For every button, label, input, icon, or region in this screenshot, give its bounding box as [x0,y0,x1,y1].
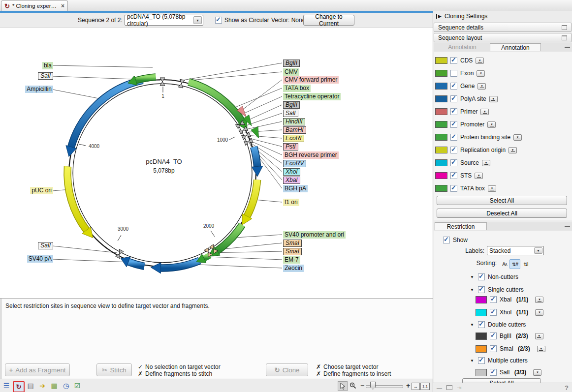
map-label[interactable]: HindIII [283,118,305,125]
map-label[interactable]: SV40 pA [27,255,53,263]
map-label[interactable]: bla [42,62,53,69]
dropdown-icon[interactable]: ▼ [487,121,496,128]
checkbox[interactable] [450,108,457,115]
checkbox[interactable] [490,309,497,316]
color-swatch[interactable] [435,95,447,102]
color-swatch[interactable] [435,185,447,192]
map-label[interactable]: PstI [283,143,298,151]
dropdown-icon[interactable]: ▼ [533,369,541,376]
dropdown-icon[interactable]: ▼ [537,346,545,352]
map-label[interactable]: BGH pA [283,185,308,192]
fit-width-icon[interactable]: ↔ [412,383,420,390]
color-swatch[interactable] [435,70,447,77]
dropdown-icon[interactable]: ▼ [488,185,496,192]
checkbox[interactable] [478,286,485,293]
stitch-button[interactable]: ✂ Stitch [96,363,132,376]
dropdown-icon[interactable]: ▼ [477,83,486,90]
tab-annotation-layout[interactable]: Annotation layout [435,43,490,51]
color-swatch[interactable] [435,108,447,115]
map-label[interactable]: SalI [38,242,53,249]
table-view-icon[interactable]: ▦ [50,381,59,390]
change-to-current-button[interactable]: Change to Current [303,15,354,26]
zoom-100-icon[interactable]: 1:1 [420,383,430,390]
clone-button[interactable]: ↻ Clone [266,363,308,376]
checkbox[interactable] [450,134,457,141]
color-swatch[interactable] [435,134,447,141]
checkbox[interactable] [450,57,457,64]
labels-dropdown[interactable]: Stacked ▼ [487,246,544,255]
feature-ampicillin[interactable] [71,80,143,147]
tab-restriction-sites[interactable]: Restriction sites [435,222,487,230]
report-view-icon[interactable]: ☑ [73,381,82,390]
sort-by-count-icon[interactable]: ⇅# [509,259,520,269]
sequence-list-view-icon[interactable]: ☰ [2,381,11,390]
group-sequence-layout[interactable]: Sequence layout [434,33,572,42]
map-label[interactable]: EM-7 [283,256,300,264]
float-panel-icon[interactable] [562,25,567,30]
color-swatch[interactable] [476,345,487,353]
map-label[interactable]: EcoRI [283,135,304,142]
map-label[interactable]: BamHI [283,126,306,134]
checkbox[interactable] [490,296,497,303]
color-swatch[interactable] [476,296,487,303]
map-label[interactable]: pUC ori [30,187,53,194]
expander-icon[interactable]: ▼ [470,288,475,292]
sidebar-header[interactable]: ▶ Cloning Settings [436,13,487,20]
map-label[interactable]: SalI [38,72,53,80]
checkbox[interactable] [490,369,497,376]
color-swatch[interactable] [435,83,447,90]
map-label[interactable]: SalI [283,110,298,117]
expander-icon[interactable]: ▼ [470,323,475,327]
sort-by-length-icon[interactable]: ⇅I [520,259,531,269]
dropdown-icon[interactable]: ▼ [508,147,517,153]
checkbox[interactable] [450,95,457,102]
add-as-fragment-button[interactable]: + Add as Fragment [5,363,70,376]
checkbox[interactable] [478,273,485,280]
document-tab[interactable]: ↻ * Cloning exper… × [1,0,68,11]
expander-icon[interactable]: ▼ [470,359,475,363]
color-swatch[interactable] [476,309,487,316]
float-panel-icon[interactable] [446,385,452,390]
color-swatch[interactable] [435,147,447,153]
map-label[interactable]: XbaI [283,177,300,184]
checkbox[interactable] [478,357,485,364]
restriction-site-marker[interactable] [160,78,165,86]
checkbox[interactable] [490,345,497,352]
feature-bgh-pa[interactable] [254,147,257,167]
feature-bla[interactable] [136,77,156,80]
map-label[interactable]: SmaI [283,248,302,255]
map-label[interactable]: BglII [283,60,300,67]
dropdown-icon[interactable]: ▼ [475,173,483,179]
map-label[interactable]: Zeocin [283,265,304,272]
history-view-icon[interactable]: ◷ [62,381,70,390]
float-panel-icon[interactable] [562,35,567,40]
feature-tet-operator[interactable] [251,126,259,138]
map-label[interactable]: CMV forward primer [283,76,339,84]
sequence-view-icon[interactable]: ▤ [26,381,35,390]
color-swatch[interactable] [435,159,447,166]
feature-cmv[interactable] [189,82,242,121]
color-swatch[interactable] [435,57,447,64]
map-label[interactable]: CMV [283,68,299,76]
dropdown-icon[interactable]: ▼ [476,58,484,64]
color-swatch[interactable] [476,369,487,376]
expander-icon[interactable]: ▼ [470,275,475,279]
collapse-all-icon[interactable]: — [437,385,442,391]
checkbox[interactable] [450,185,457,192]
group-sequence-details[interactable]: Sequence details [434,23,572,32]
dropdown-icon[interactable]: ▼ [480,109,489,115]
checkbox[interactable] [450,70,457,77]
checkbox[interactable] [490,332,497,339]
help-icon[interactable]: ? [565,384,569,392]
map-label[interactable]: f1 ori [283,199,299,206]
checkbox[interactable] [450,172,457,179]
checkbox[interactable] [478,321,485,328]
map-label[interactable]: TATA box [283,85,311,92]
dropdown-icon[interactable]: ▼ [482,160,490,166]
tab-annotation-types[interactable]: Annotation types [490,43,541,51]
dropdown-icon[interactable]: ▼ [489,96,498,102]
map-label[interactable]: Ampicillin [25,86,53,93]
select-all-button[interactable]: Select All [437,196,567,205]
color-swatch[interactable] [476,332,487,340]
color-swatch[interactable] [435,172,447,179]
